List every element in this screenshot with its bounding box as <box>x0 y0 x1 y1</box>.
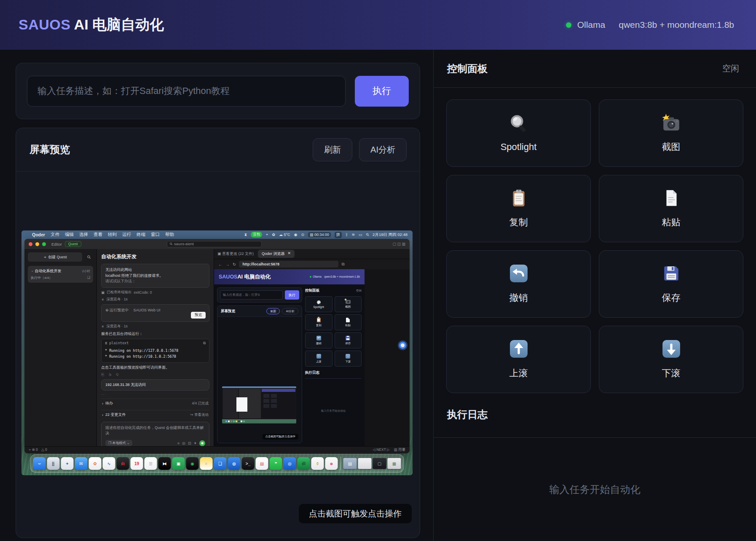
list-icon[interactable]: ≡ <box>177 441 180 445</box>
view-changes-link[interactable]: ↪ 查看改动 <box>190 412 209 418</box>
quest-list-item[interactable]: ◔ 自动化系统开发 2小时 执行中（4/4） ❏ <box>28 266 93 283</box>
menubar-status-icon[interactable]: ▭ <box>359 233 362 237</box>
dock-icon-capcut[interactable]: ⧓ <box>158 457 171 470</box>
control-button-保存[interactable]: 保存 <box>599 250 743 318</box>
dock-icon-terminal[interactable]: >_ <box>242 457 255 470</box>
menubar-menu-窗口[interactable]: 窗口 <box>151 232 160 238</box>
dock-icon-contacts[interactable]: ☻ <box>325 457 338 470</box>
menubar-app-name[interactable]: Qoder <box>32 232 45 237</box>
run-button[interactable]: 执行 <box>355 76 409 107</box>
task-input[interactable] <box>27 76 346 107</box>
menubar-menu-终端[interactable]: 终端 <box>137 232 145 238</box>
control-button-上滚[interactable]: 上滚 <box>446 326 591 393</box>
dock-icon-stocks-chart[interactable]: ıll <box>298 457 310 470</box>
dock-icon-bottle-app[interactable]: ⚱ <box>311 457 324 470</box>
menubar-status-icon[interactable]: 拼 <box>335 232 342 238</box>
menubar-menu-查看[interactable]: 查看 <box>94 232 102 238</box>
record-button[interactable]: ◉ <box>199 440 205 446</box>
mode-selector[interactable]: ❐ 本地模式 ⌄ <box>105 440 132 446</box>
dock-icon-wechat[interactable]: ❞ <box>270 457 282 470</box>
dock-icon-reminders[interactable]: ☰ <box>145 457 157 470</box>
layout-toggle-icons[interactable]: ▢ ◫ ▥ <box>392 242 405 246</box>
tab-quest[interactable]: Quest <box>65 241 81 247</box>
dock-icon-blue-app[interactable]: ◎ <box>284 457 296 470</box>
changes-collapse-row[interactable]: › 22 变更文件 ↪ 查看改动 <box>101 410 209 419</box>
menubar-status-icon[interactable]: ⚲ <box>365 232 370 237</box>
zoom-window-icon[interactable] <box>42 242 46 246</box>
close-tab-icon[interactable]: ✕ <box>288 251 291 257</box>
project-search-field[interactable]: ⚲ sauos-aient <box>167 241 262 247</box>
forward-icon[interactable]: → <box>225 262 230 267</box>
refresh-button[interactable]: 刷新 <box>313 138 352 161</box>
sparkle-icon[interactable]: ✦ <box>193 441 197 445</box>
copy-code-icon[interactable]: ⧉ <box>203 341 206 345</box>
mini-task-input[interactable]: 输入任务描述，如：打开S <box>220 290 283 300</box>
dock-icon-textedit[interactable]: ▤ <box>256 457 268 470</box>
mini-control-button-下滚[interactable]: ↓下滚 <box>335 351 362 367</box>
mini-ai-button[interactable]: AI分析 <box>282 308 298 314</box>
dock-icon-voice-memos[interactable]: ılı <box>117 457 129 470</box>
dock-icon-calendar[interactable]: 19 <box>131 457 143 470</box>
browser-tab-active[interactable]: Qoder 浏览器 ✕ <box>258 250 295 258</box>
menubar-status-icon[interactable]: ◓ <box>266 233 268 237</box>
control-button-撤销[interactable]: 撤销 <box>446 250 591 318</box>
menubar-status-icon[interactable]: ☁ 5°C <box>279 233 290 237</box>
ai-analyze-button[interactable]: AI分析 <box>359 138 407 161</box>
menubar-status-icon[interactable]: ≋ <box>351 233 355 237</box>
minimize-window-icon[interactable] <box>35 242 39 246</box>
copy-icon[interactable]: ⎘ <box>101 372 104 377</box>
mini-control-button-复制[interactable]: 复制 <box>305 314 332 330</box>
dock-icon-notes[interactable]: ≡ <box>200 457 213 470</box>
dock-icon-downloads-stack[interactable]: ▤ <box>343 458 357 469</box>
mention-icon[interactable]: ◎ <box>182 441 185 445</box>
mini-refresh-button[interactable]: 刷新 <box>266 308 280 314</box>
dock-icon-window-preview-1[interactable] <box>358 458 372 469</box>
menubar-menu-帮助[interactable]: 帮助 <box>165 232 174 238</box>
menubar-status-icon[interactable]: ▥ 00:34:00 <box>308 232 331 237</box>
thumbs-up-icon[interactable]: 🖒 <box>108 372 112 377</box>
menubar-menu-文件[interactable]: 文件 <box>51 232 59 238</box>
mini-run-button[interactable]: 执行 <box>285 290 299 300</box>
dock-icon-finder[interactable]: ⌣ <box>33 457 46 470</box>
menubar-menu-编辑[interactable]: 编辑 <box>65 232 74 238</box>
dock-icon-blue-circle-app[interactable]: ◍ <box>228 457 241 470</box>
dock-icon-window-preview-3[interactable]: ▦ <box>388 458 401 469</box>
dock-icon-window-preview-2[interactable]: ▢ <box>373 458 386 469</box>
image-icon[interactable]: ⊡ <box>188 441 191 445</box>
open-preview-button[interactable]: 预览 <box>191 312 206 319</box>
usage-label[interactable]: ▥ 用量 <box>394 447 405 453</box>
next-control[interactable]: ◁ NEXT ▷ <box>373 447 389 453</box>
menubar-clock[interactable]: 2月19日 周四 02:48 <box>373 232 407 238</box>
thumbs-down-icon[interactable]: 🖓 <box>115 372 119 377</box>
back-icon[interactable]: ← <box>218 262 223 267</box>
mini-control-button-粘贴[interactable]: 粘贴 <box>335 314 362 330</box>
mini-control-button-保存[interactable]: 保存 <box>335 332 362 348</box>
menubar-status-icon[interactable]: ✿ <box>272 233 275 237</box>
dock-icon-photos[interactable]: ✿ <box>89 457 102 470</box>
menubar-menu-选择[interactable]: 选择 <box>79 232 88 238</box>
create-quest-button[interactable]: ＋ 创建 Quest <box>28 252 82 262</box>
mini-control-button-撤销[interactable]: ↩撤销 <box>305 332 332 348</box>
menubar-menu-运行[interactable]: 运行 <box>122 232 131 238</box>
chat-input-box[interactable]: 描述你想自动化完成的任务，Quest 会创建脚本或工具来解决 ❐ 本地模式 ⌄ … <box>101 422 209 446</box>
control-button-Spotlight[interactable]: Spotlight <box>446 99 591 167</box>
menubar-status-icon[interactable]: ᛒ <box>346 233 348 237</box>
todo-collapse-row[interactable]: › 待办 4/4 已完成 <box>101 399 209 408</box>
dock-icon-safari[interactable]: ✦ <box>61 457 74 470</box>
dock-icon-launchpad[interactable]: ⣿ <box>47 457 60 470</box>
mini-control-button-截图[interactable]: 截图 <box>335 296 362 312</box>
close-window-icon[interactable] <box>29 242 32 246</box>
menubar-status-icon[interactable]: 豆包 <box>251 232 262 238</box>
dock-icon-garageband[interactable]: ∿ <box>103 457 115 470</box>
control-button-下滚[interactable]: 下滚 <box>599 326 743 393</box>
menubar-status-icon[interactable]: ⊙ <box>301 233 304 237</box>
menubar-menu-转到[interactable]: 转到 <box>108 232 117 238</box>
tab-editor[interactable]: Editor <box>51 242 62 246</box>
dock-icon-screen-recorder[interactable]: ▣ <box>172 457 185 470</box>
dock-icon-dark-green-app[interactable]: ◉ <box>186 457 199 470</box>
menubar-status-icon[interactable]: ◉ <box>294 233 298 237</box>
menubar-status-icon[interactable]: ⧗ <box>244 233 247 237</box>
quest-search-icon[interactable]: ⚲ <box>83 251 95 263</box>
mini-control-button-上滚[interactable]: ↑上滚 <box>305 351 332 367</box>
control-button-粘贴[interactable]: 粘贴 <box>599 175 743 242</box>
